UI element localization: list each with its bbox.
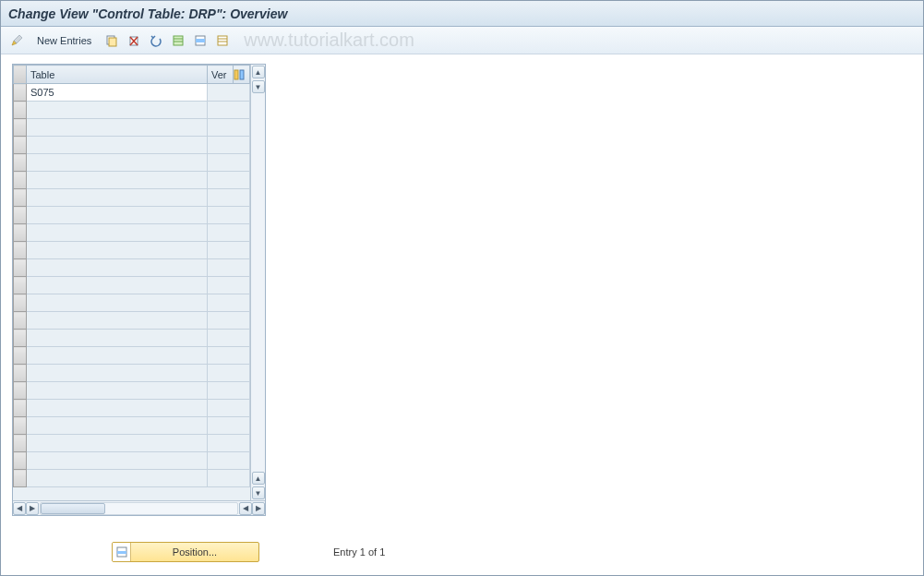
cell-table: [27, 137, 208, 154]
cell-ver: [208, 242, 250, 259]
row-selector[interactable]: [14, 102, 27, 119]
cell-ver: [208, 119, 250, 137]
select-block-icon[interactable]: [190, 30, 210, 51]
page-title: Change View "Control Table: DRP": Overvi…: [8, 6, 287, 21]
cell-table[interactable]: S075: [27, 84, 208, 102]
cell-table: [27, 470, 208, 487]
svg-rect-9: [196, 39, 205, 42]
cell-table: [27, 224, 208, 242]
cell-ver: [208, 294, 250, 312]
cell-table: [27, 312, 208, 330]
cell-ver: [208, 452, 250, 470]
vertical-scrollbar[interactable]: ▲ ▼ ▲ ▼: [250, 65, 265, 500]
cell-ver: [208, 137, 250, 154]
row-selector[interactable]: [14, 207, 27, 224]
row-selector[interactable]: [14, 330, 27, 347]
svg-rect-10: [218, 36, 227, 45]
position-icon: [113, 543, 131, 561]
cell-ver: [208, 102, 250, 119]
row-selector[interactable]: [14, 259, 27, 277]
cell-table: [27, 277, 208, 294]
select-all-icon[interactable]: [168, 30, 188, 51]
cell-table: [27, 382, 208, 400]
title-bar: Change View "Control Table: DRP": Overvi…: [1, 1, 923, 27]
cell-ver[interactable]: [208, 84, 250, 102]
cell-ver: [208, 417, 250, 435]
content-area: Table Ver S075 ▲ ▼ ▲ ▼: [1, 54, 923, 529]
entry-status: Entry 1 of 1: [333, 546, 385, 558]
svg-rect-14: [240, 70, 244, 79]
cell-ver: [208, 400, 250, 417]
cell-ver: [208, 259, 250, 277]
row-selector[interactable]: [14, 417, 27, 435]
toggle-change-icon[interactable]: [6, 30, 27, 51]
cell-table: [27, 172, 208, 189]
cell-table: [27, 189, 208, 207]
svg-rect-13: [234, 70, 238, 79]
toolbar: New Entries www.tutorialkart.com: [1, 27, 923, 54]
row-selector[interactable]: [14, 119, 27, 137]
row-selector[interactable]: [14, 189, 27, 207]
hscroll-thumb[interactable]: [41, 503, 105, 514]
footer: Position... Entry 1 of 1: [1, 538, 923, 566]
row-selector[interactable]: [14, 277, 27, 294]
row-selector[interactable]: [14, 365, 27, 382]
row-selector[interactable]: [14, 224, 27, 242]
scroll-right-icon[interactable]: ▶: [26, 502, 39, 515]
scroll-down-icon[interactable]: ▼: [252, 80, 265, 93]
svg-rect-1: [109, 38, 116, 46]
row-selector[interactable]: [14, 242, 27, 259]
position-button[interactable]: Position...: [112, 542, 259, 562]
horizontal-scrollbar[interactable]: ◀ ▶ ◀ ▶: [13, 500, 265, 515]
cell-ver: [208, 154, 250, 172]
scroll-down2-icon[interactable]: ▼: [252, 486, 265, 499]
row-selector[interactable]: [14, 312, 27, 330]
row-selector[interactable]: [14, 470, 27, 487]
cell-table: [27, 435, 208, 452]
delete-icon[interactable]: [124, 30, 144, 51]
cell-table: [27, 400, 208, 417]
cell-ver: [208, 312, 250, 330]
watermark-text: www.tutorialkart.com: [244, 30, 414, 51]
cell-ver: [208, 207, 250, 224]
row-selector[interactable]: [14, 172, 27, 189]
row-selector[interactable]: [14, 294, 27, 312]
new-entries-button[interactable]: New Entries: [29, 30, 100, 51]
deselect-all-icon[interactable]: [212, 30, 233, 51]
row-selector[interactable]: [14, 400, 27, 417]
undo-icon[interactable]: [146, 30, 166, 51]
row-selector[interactable]: [14, 154, 27, 172]
cell-table: [27, 330, 208, 347]
cell-ver: [208, 347, 250, 365]
cell-table: [27, 207, 208, 224]
cell-table: [27, 347, 208, 365]
cell-table: [27, 294, 208, 312]
scroll-left2-icon[interactable]: ◀: [239, 502, 252, 515]
scroll-left-icon[interactable]: ◀: [13, 502, 26, 515]
configure-columns-icon[interactable]: [234, 66, 250, 84]
scroll-up-icon[interactable]: ▲: [252, 66, 265, 78]
row-selector[interactable]: [14, 137, 27, 154]
scroll-right2-icon[interactable]: ▶: [252, 502, 265, 515]
row-selector-header[interactable]: [14, 66, 27, 84]
grid-frame: Table Ver S075 ▲ ▼ ▲ ▼: [12, 64, 266, 516]
row-selector[interactable]: [14, 382, 27, 400]
column-header-table[interactable]: Table: [27, 66, 208, 84]
scroll-up2-icon[interactable]: ▲: [252, 472, 265, 485]
cell-ver: [208, 382, 250, 400]
cell-ver: [208, 470, 250, 487]
row-selector[interactable]: [14, 84, 27, 102]
cell-table: [27, 102, 208, 119]
column-header-ver[interactable]: Ver: [208, 66, 234, 84]
svg-rect-16: [117, 551, 126, 554]
svg-rect-5: [174, 36, 183, 45]
copy-icon[interactable]: [102, 30, 122, 51]
cell-ver: [208, 224, 250, 242]
row-selector[interactable]: [14, 435, 27, 452]
cell-table: [27, 259, 208, 277]
cell-table: [27, 242, 208, 259]
cell-ver: [208, 277, 250, 294]
cell-table: [27, 154, 208, 172]
row-selector[interactable]: [14, 452, 27, 470]
row-selector[interactable]: [14, 347, 27, 365]
